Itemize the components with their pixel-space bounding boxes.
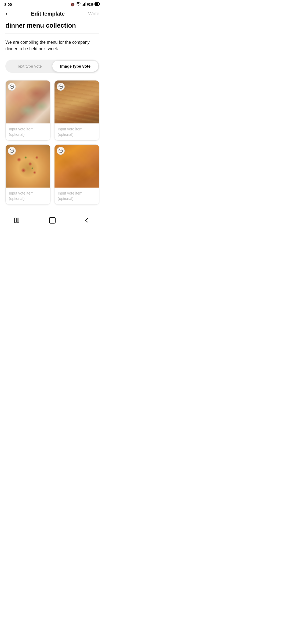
poll-description: We are compiling the menu for the compan… [5,39,99,52]
svg-rect-16 [18,218,19,223]
vote-card-4: Input vote item(optional) [54,144,99,205]
write-button[interactable]: Write [88,11,99,17]
vote-input-placeholder-3: Input vote item(optional) [9,191,34,201]
svg-rect-15 [17,218,18,223]
poll-title: dinner menu collection [5,22,99,29]
vote-card-3: Input vote item(optional) [5,144,50,205]
vote-image-container-3 [6,145,50,188]
vote-image-container-4 [55,145,99,188]
signal-icon [82,2,86,7]
svg-rect-2 [84,3,85,6]
battery-label: 62% [87,3,93,6]
remove-item-4-button[interactable] [57,147,65,155]
svg-rect-17 [49,217,55,223]
svg-rect-3 [85,2,86,6]
nav-back-button[interactable] [79,215,96,225]
vote-card-1: Input vote item(optional) [5,80,50,141]
status-time: 8:00 [4,2,12,7]
vote-grid: Input vote item(optional) Input vote ite… [5,80,99,205]
vote-type-toggle: Text type vote Image type vote [5,60,99,73]
svg-rect-0 [82,5,82,6]
vote-input-placeholder-4: Input vote item(optional) [58,191,82,201]
vote-input-area-4[interactable]: Input vote item(optional) [55,188,99,204]
mute-icon: 🔇 [71,3,75,6]
vote-input-area-2[interactable]: Input vote item(optional) [55,123,99,140]
remove-item-2-button[interactable] [57,83,65,91]
remove-item-3-button[interactable] [8,147,16,155]
status-icons: 🔇 62% [71,2,100,7]
text-type-toggle[interactable]: Text type vote [6,61,52,72]
nav-menu-button[interactable] [9,215,26,225]
header: ‹ Edit template Write [0,8,105,22]
vote-input-placeholder-1: Input vote item(optional) [9,127,34,137]
svg-rect-5 [95,3,98,5]
vote-image-container-1 [6,80,50,123]
page-title: Edit template [31,11,65,17]
vote-input-area-1[interactable]: Input vote item(optional) [6,123,50,140]
status-bar: 8:00 🔇 62% [0,0,105,8]
vote-image-container-2 [55,80,99,123]
vote-card-2: Input vote item(optional) [54,80,99,141]
nav-home-button[interactable] [44,215,61,226]
bottom-nav [0,210,105,232]
image-type-toggle[interactable]: Image type vote [52,61,98,72]
back-button[interactable]: ‹ [5,10,8,17]
vote-input-placeholder-2: Input vote item(optional) [58,127,82,137]
svg-rect-1 [83,4,84,6]
svg-rect-14 [15,218,16,223]
content-area: dinner menu collection We are compiling … [0,22,105,205]
vote-input-area-3[interactable]: Input vote item(optional) [6,188,50,204]
wifi-icon [76,2,81,7]
remove-item-1-button[interactable] [8,83,16,91]
battery-icon [95,2,100,6]
divider [5,34,99,34]
